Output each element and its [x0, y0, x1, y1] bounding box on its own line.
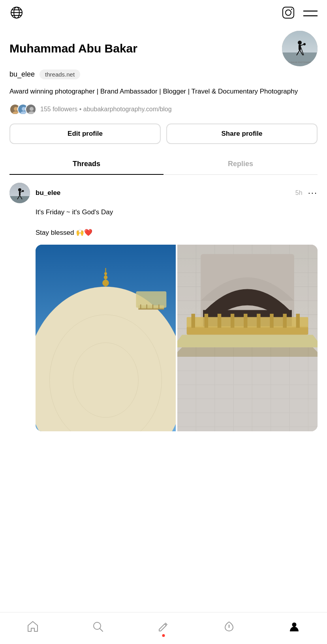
follower-avatars — [9, 104, 36, 115]
profile-header: Muhammad Abu Bakar — [9, 31, 318, 66]
svg-rect-12 — [282, 52, 318, 66]
username: bu_elee — [9, 70, 35, 79]
nav-home[interactable] — [21, 617, 45, 636]
svg-rect-89 — [270, 314, 273, 328]
profile-section: Muhammad Abu Bakar — [0, 27, 327, 175]
nav-profile[interactable] — [282, 617, 306, 636]
nav-compose[interactable] — [152, 617, 175, 636]
top-bar — [0, 0, 327, 27]
username-row: bu_elee threads.net — [9, 69, 318, 79]
post-text: It's Friday ~ it's God's Day Stay blesse… — [36, 207, 318, 238]
profile-bio: Award winning photographer | Brand Ambas… — [9, 86, 318, 97]
svg-point-7 — [291, 9, 292, 10]
svg-text:ABU BAKAR PHOTOGRAPHY: ABU BAKAR PHOTOGRAPHY — [286, 61, 314, 64]
more-options-button[interactable]: ··· — [308, 188, 318, 198]
profile-name: Muhammad Abu Bakar — [9, 42, 282, 55]
threads-badge[interactable]: threads.net — [39, 69, 80, 79]
nav-search[interactable] — [86, 617, 110, 636]
tab-replies[interactable]: Replies — [164, 154, 318, 174]
svg-rect-87 — [244, 314, 247, 328]
tabs: Threads Replies — [9, 154, 318, 175]
svg-line-109 — [100, 629, 103, 631]
bottom-nav — [0, 612, 327, 644]
post-content: It's Friday ~ it's God's Day Stay blesse… — [9, 207, 318, 431]
edit-profile-button[interactable]: Edit profile — [9, 124, 161, 144]
svg-rect-91 — [296, 314, 300, 328]
svg-point-14 — [298, 41, 302, 45]
post-image-right[interactable] — [177, 245, 318, 431]
compose-notification-dot — [162, 634, 165, 637]
svg-point-35 — [18, 188, 21, 191]
svg-rect-88 — [257, 314, 260, 328]
profile-avatar: ABU BAKAR PHOTOGRAPHY — [282, 31, 318, 66]
svg-point-45 — [104, 275, 107, 279]
svg-point-111 — [292, 623, 297, 627]
menu-icon[interactable] — [303, 8, 318, 19]
svg-rect-83 — [192, 314, 195, 328]
svg-marker-93 — [177, 347, 318, 357]
post-time: 5h — [295, 189, 303, 197]
followers-count[interactable]: 155 followers • abubakarphotography.com/… — [40, 106, 172, 113]
instagram-icon[interactable] — [281, 6, 295, 21]
share-profile-button[interactable]: Share profile — [166, 124, 318, 144]
svg-point-17 — [303, 43, 306, 45]
post-image-left[interactable] — [36, 245, 176, 431]
post-header: bu_elee 5h ··· — [9, 183, 318, 203]
svg-point-6 — [286, 10, 291, 15]
action-buttons: Edit profile Share profile — [9, 124, 318, 144]
svg-marker-92 — [177, 335, 318, 347]
post-image-grid — [36, 245, 318, 431]
svg-point-29 — [30, 107, 34, 111]
svg-rect-86 — [231, 314, 234, 328]
svg-rect-5 — [283, 7, 294, 18]
svg-point-44 — [102, 279, 109, 286]
svg-rect-90 — [283, 314, 286, 328]
globe-icon[interactable] — [9, 6, 24, 21]
follower-avatar-3 — [25, 104, 36, 115]
website-link[interactable]: abubakarphotography.com/blog — [83, 106, 172, 112]
svg-rect-85 — [218, 314, 221, 328]
svg-point-38 — [22, 190, 24, 192]
followers-row: 155 followers • abubakarphotography.com/… — [9, 104, 318, 115]
post-avatar — [9, 183, 30, 203]
thread-post: bu_elee 5h ··· It's Friday ~ it's God's … — [0, 175, 327, 438]
svg-rect-84 — [205, 314, 208, 328]
post-username[interactable]: bu_elee — [36, 189, 60, 197]
nav-activity[interactable] — [217, 617, 241, 636]
tab-threads[interactable]: Threads — [9, 154, 164, 174]
svg-rect-34 — [9, 196, 30, 203]
svg-rect-95 — [177, 357, 318, 431]
